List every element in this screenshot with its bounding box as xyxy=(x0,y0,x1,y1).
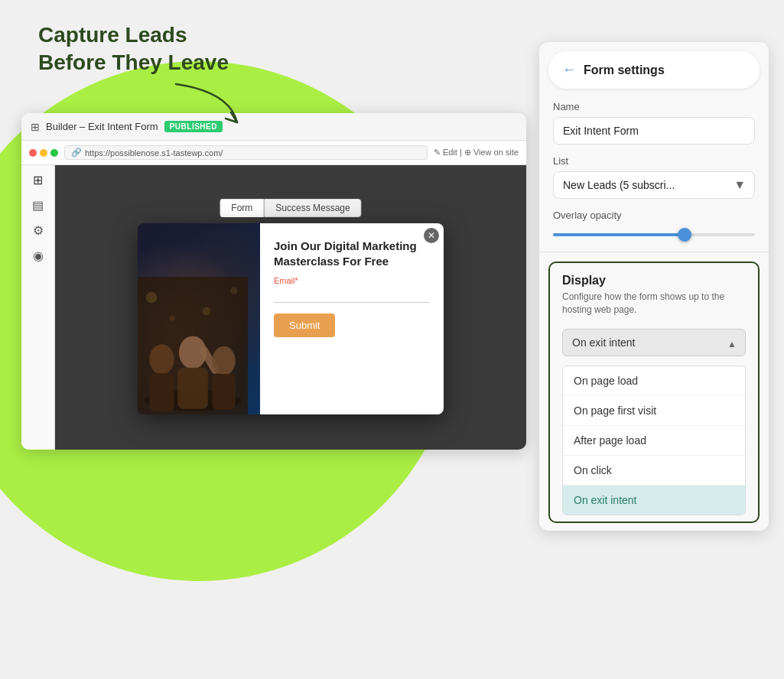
traffic-light-red xyxy=(29,149,37,157)
modal-content: Join Our Digital Marketing Masterclass F… xyxy=(260,223,444,414)
url-text: https://possiblenose.s1-tastewp.com/ xyxy=(85,148,223,158)
tab-form[interactable]: Form xyxy=(220,199,264,217)
name-section: Name xyxy=(539,101,769,145)
link-icon: 🔗 xyxy=(71,148,82,158)
list-label: List xyxy=(553,155,755,167)
modal-image xyxy=(138,223,260,414)
traffic-light-yellow xyxy=(40,149,47,157)
display-section: Display Configure how the form shows up … xyxy=(548,262,760,523)
email-input[interactable] xyxy=(274,285,430,303)
modal-popup: ✕ xyxy=(138,223,444,414)
name-label: Name xyxy=(553,101,755,112)
traffic-lights xyxy=(29,149,58,157)
slider-track xyxy=(553,233,755,236)
option-on-page-first-visit[interactable]: On page first visit xyxy=(563,396,745,426)
option-on-exit-intent[interactable]: On exit intent xyxy=(563,486,745,515)
builder-title: Builder – Exit Intent Form xyxy=(46,121,158,132)
display-title: Display xyxy=(562,274,746,288)
builder-canvas: Form Success Message ✕ xyxy=(55,165,526,450)
svg-point-10 xyxy=(231,288,238,294)
browser-bar: 🔗 https://possiblenose.s1-tastewp.com/ ✎… xyxy=(21,141,526,165)
submit-button[interactable]: Submit xyxy=(274,314,335,337)
dropdown-options-list: On page load On page first visit After p… xyxy=(562,365,746,515)
url-actions[interactable]: ✎ Edit | ⊕ View on site xyxy=(434,148,519,158)
display-description: Configure how the form shows up to the h… xyxy=(562,291,746,317)
sidebar-icon-eye[interactable]: ◉ xyxy=(33,249,44,263)
modal-heading: Join Our Digital Marketing Masterclass F… xyxy=(274,239,430,268)
sidebar-icon-layout[interactable]: ▤ xyxy=(32,198,44,213)
form-settings-panel: ← Form settings Name List New Leads (5 s… xyxy=(539,42,769,531)
headline-line1: Capture Leads xyxy=(38,21,229,49)
display-dropdown[interactable]: On exit intent xyxy=(562,329,746,356)
builder-titlebar: ⊞ Builder – Exit Intent Form PUBLISHED xyxy=(21,113,526,141)
svg-point-9 xyxy=(146,292,157,303)
sidebar-icon-sliders[interactable]: ⚙ xyxy=(33,223,44,238)
svg-point-2 xyxy=(149,344,174,375)
svg-point-12 xyxy=(169,315,174,320)
list-select-wrapper: New Leads (5 subscri... ▼ xyxy=(553,171,755,199)
slider-fill xyxy=(553,233,685,236)
traffic-light-green xyxy=(50,149,58,157)
divider xyxy=(539,252,769,252)
svg-rect-8 xyxy=(212,374,236,410)
modal-tabs: Form Success Message xyxy=(220,199,361,217)
svg-point-7 xyxy=(212,346,236,375)
svg-rect-5 xyxy=(177,368,208,409)
arrow-decoration xyxy=(168,76,260,138)
panel-header: ← Form settings xyxy=(548,51,760,89)
grid-icon: ⊞ xyxy=(31,121,40,133)
display-dropdown-wrapper: On exit intent ▲ xyxy=(550,323,758,365)
option-after-page-load[interactable]: After page load xyxy=(563,426,745,456)
builder-sidebar: ⊞ ▤ ⚙ ◉ xyxy=(21,165,55,450)
svg-rect-3 xyxy=(149,373,174,411)
slider-thumb[interactable] xyxy=(678,228,691,242)
tab-success-message[interactable]: Success Message xyxy=(264,199,361,217)
option-on-click[interactable]: On click xyxy=(563,456,745,486)
back-button[interactable]: ← xyxy=(562,62,576,78)
display-header: Display Configure how the form shows up … xyxy=(550,263,758,323)
sidebar-icon-grid[interactable]: ⊞ xyxy=(33,173,43,187)
modal-close-button[interactable]: ✕ xyxy=(424,228,439,243)
headline-line2: Before They Leave xyxy=(38,49,229,76)
list-select[interactable]: New Leads (5 subscri... xyxy=(553,171,755,199)
email-label: Email* xyxy=(274,276,430,285)
svg-point-11 xyxy=(203,307,211,316)
slider-container xyxy=(553,227,755,242)
list-section: List New Leads (5 subscri... ▼ xyxy=(539,155,769,199)
overlay-section: Overlay opacity xyxy=(539,210,769,242)
people-silhouette xyxy=(138,277,248,414)
panel-title: Form settings xyxy=(584,63,665,77)
option-on-page-load[interactable]: On page load xyxy=(563,366,745,396)
headline-text: Capture Leads Before They Leave xyxy=(38,21,229,77)
name-input[interactable] xyxy=(553,117,755,145)
overlay-label: Overlay opacity xyxy=(553,210,755,221)
builder-window: ⊞ Builder – Exit Intent Form PUBLISHED 🔗… xyxy=(21,113,526,450)
url-bar: 🔗 https://possiblenose.s1-tastewp.com/ xyxy=(64,145,428,160)
